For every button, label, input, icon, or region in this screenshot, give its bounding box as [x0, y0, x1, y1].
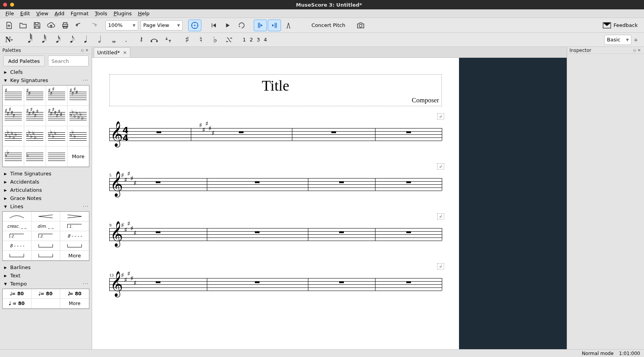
keysig-item[interactable]: ♭♭ [3, 146, 24, 167]
workspace-combo[interactable]: Basic▼ [604, 35, 632, 45]
loop-button[interactable] [235, 20, 248, 31]
loop-in-button[interactable] [254, 20, 267, 31]
lines-item[interactable]: 8 - - - - [60, 231, 89, 241]
section-clefs[interactable]: ▶Clefs [0, 68, 92, 76]
zoom-combo[interactable]: 100%▼ [105, 20, 138, 30]
lines-item[interactable]: 2. [3, 231, 32, 241]
loop-out-button[interactable] [268, 20, 281, 31]
keysig-more-button[interactable]: More [68, 146, 89, 167]
keysig-item[interactable]: ♯♯♯♯♯♯ [24, 106, 46, 126]
palette-search-input[interactable] [48, 55, 89, 66]
panel-close-icon[interactable]: ✕ [85, 48, 89, 52]
document-tab[interactable]: Untitled* ✕ [94, 47, 130, 57]
whole-rest[interactable] [239, 131, 244, 133]
lines-item[interactable]: 1. [60, 221, 89, 231]
add-workspace-button[interactable]: + [633, 37, 639, 43]
whole-rest[interactable] [255, 181, 260, 183]
close-window-button[interactable] [3, 3, 7, 7]
flip-enharmonic-button[interactable] [222, 34, 236, 46]
title-frame[interactable]: Title Composer [109, 74, 442, 106]
image-capture-button[interactable] [354, 20, 367, 31]
menu-tools[interactable]: Tools [92, 10, 110, 17]
note-dot-button[interactable]: . [119, 34, 133, 46]
whole-rest[interactable] [331, 131, 336, 133]
section-text[interactable]: ▶Text [0, 271, 92, 280]
keysig-item[interactable] [46, 146, 68, 167]
score-viewport[interactable]: Title Composer ↲𝄞44♯♯♯♯♯5↲𝄞♯♯♯♯♯9↲𝄞♯♯♯♯♯… [92, 58, 567, 349]
note-16th-button[interactable]: 𝅘𝅥𝅯 [49, 34, 62, 46]
section-barlines[interactable]: ▶Barlines [0, 263, 92, 271]
concert-pitch-button[interactable]: Concert Pitch [308, 21, 349, 30]
staff-system[interactable]: 13↲𝄞♯♯♯♯♯ [109, 278, 442, 291]
lines-item[interactable] [32, 251, 60, 261]
menu-format[interactable]: Format [68, 10, 92, 17]
count-in-button[interactable] [282, 20, 295, 31]
tempo-item[interactable]: 𝅘𝅥. = 80 [3, 299, 32, 309]
keysig-item[interactable]: ♭♭♭♭♭♭♭ [68, 106, 89, 126]
system-break-icon[interactable]: ↲ [437, 113, 444, 120]
menu-help[interactable]: Help [135, 10, 153, 17]
keysig-item[interactable]: ♭♭♭♭ [46, 126, 68, 146]
lines-item[interactable] [3, 212, 32, 221]
tempo-item[interactable]: 𝅘𝅥𝅮 = 80 [60, 289, 89, 299]
natural-button[interactable]: ♮ [194, 34, 208, 46]
section-articulations[interactable]: ▶Articulations [0, 186, 92, 194]
note-input-mode-button[interactable]: N▾ [2, 34, 16, 46]
whole-rest[interactable] [406, 281, 411, 283]
voice-2-button[interactable]: 2 [248, 36, 254, 44]
tempo-more-button[interactable]: More [60, 299, 89, 309]
whole-rest[interactable] [156, 281, 160, 283]
flat-button[interactable]: ♭ [208, 34, 222, 46]
panel-float-icon[interactable]: ◇ [632, 48, 637, 52]
redo-button[interactable] [87, 20, 100, 31]
lines-item[interactable]: cresc. _ _ [3, 221, 32, 231]
menu-add[interactable]: Add [52, 10, 68, 17]
flip-button[interactable] [162, 34, 175, 46]
sharp-button[interactable]: ♯ [180, 34, 194, 46]
tempo-item[interactable]: 𝅗𝅥 = 80 [3, 289, 32, 299]
whole-rest[interactable] [156, 181, 160, 183]
note-8th-button[interactable]: 𝅘𝅥𝅮 [63, 34, 76, 46]
lines-item[interactable] [60, 241, 89, 251]
open-score-button[interactable] [16, 20, 30, 31]
menu-edit[interactable]: Edit [17, 10, 33, 17]
lines-item[interactable] [3, 251, 32, 261]
section-time-signatures[interactable]: ▶Time Signatures [0, 170, 92, 178]
keysig-item[interactable]: ♯♯♯♯♯ [3, 106, 24, 126]
lines-item[interactable]: 2. [32, 231, 60, 241]
keysig-item[interactable]: ♯♯♯ [46, 86, 68, 106]
view-mode-combo[interactable]: Page View▼ [141, 20, 183, 30]
staff-system[interactable]: 9↲𝄞♯♯♯♯♯ [109, 228, 442, 241]
metronome-button[interactable] [188, 20, 201, 31]
lines-more-button[interactable]: More [60, 251, 89, 261]
keysig-item[interactable]: ♭♭♭♭♭♭ [3, 126, 24, 146]
whole-rest[interactable] [339, 281, 344, 283]
tempo-item[interactable] [32, 299, 60, 309]
section-tempo[interactable]: ▼Tempo··· [0, 280, 92, 288]
staff-system[interactable]: ↲𝄞44♯♯♯♯♯ [109, 128, 442, 141]
note-32nd-button[interactable]: 𝅘𝅥𝅰 [35, 34, 48, 46]
system-break-icon[interactable]: ↲ [437, 163, 444, 170]
note-half-button[interactable]: 𝅗𝅥 [91, 34, 105, 46]
undo-button[interactable] [73, 20, 86, 31]
treble-clef[interactable]: 𝄞 [110, 123, 123, 145]
whole-rest[interactable] [406, 131, 411, 133]
section-lines[interactable]: ▼Lines··· [0, 202, 92, 211]
section-grace-notes[interactable]: ▶Grace Notes [0, 194, 92, 202]
score-title[interactable]: Title [110, 77, 441, 94]
minimize-window-button[interactable] [10, 3, 14, 7]
staff-system[interactable]: 5↲𝄞♯♯♯♯♯ [109, 178, 442, 191]
rewind-button[interactable] [207, 20, 220, 31]
whole-rest[interactable] [157, 131, 161, 133]
note-whole-button[interactable]: 𝅝 [105, 34, 119, 46]
keysig-item[interactable]: ♭♭♭ [68, 126, 89, 146]
panel-float-icon[interactable]: ◇ [80, 48, 85, 52]
whole-rest[interactable] [339, 181, 344, 183]
section-key-signatures[interactable]: ▼Key Signatures··· [0, 76, 92, 84]
feedback-button[interactable]: Feedback [603, 22, 642, 29]
rest-button[interactable]: 𝄽 [133, 34, 147, 46]
whole-rest[interactable] [255, 281, 260, 283]
save-online-button[interactable] [44, 20, 58, 31]
keysig-item[interactable]: ♯♯♯♯ [68, 86, 89, 106]
voice-1-button[interactable]: 1 [241, 36, 247, 44]
